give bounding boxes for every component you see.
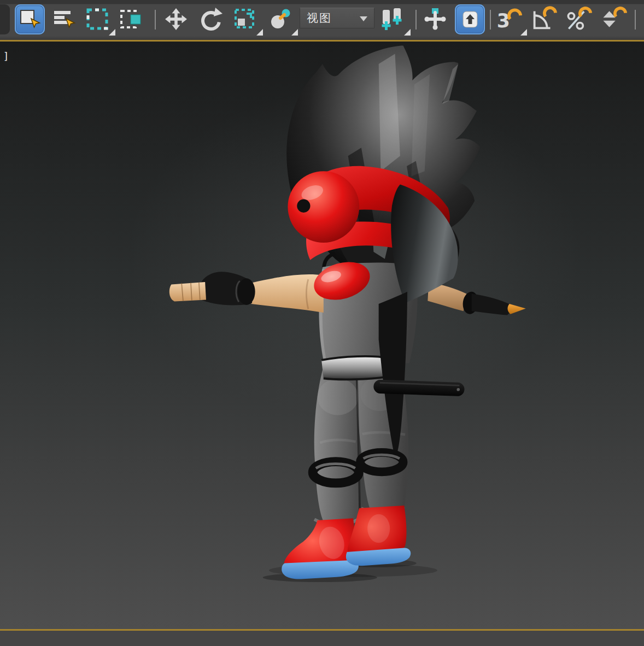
- select-and-place-button[interactable]: [266, 5, 294, 33]
- application-window: 视图: [0, 0, 644, 646]
- flyout-arrow-icon: [291, 29, 298, 36]
- character-left-arm[interactable]: [169, 272, 324, 313]
- select-and-place-icon: [268, 7, 292, 31]
- select-by-name-button[interactable]: [50, 5, 79, 33]
- reference-coordinate-system-dropdown[interactable]: 视图: [300, 8, 374, 28]
- window-crossing-icon: [119, 7, 145, 31]
- toolbar-separator: [415, 10, 417, 30]
- flyout-arrow-icon: [109, 29, 115, 36]
- angle-snap-icon: [529, 5, 558, 33]
- angle-snap-toggle-button[interactable]: [529, 5, 558, 33]
- move-icon: [164, 7, 188, 31]
- use-pivot-point-center-button[interactable]: [378, 5, 407, 33]
- percent-snap-toggle-button[interactable]: [564, 5, 593, 33]
- select-object-button[interactable]: [15, 4, 45, 34]
- toolbar-separator: [155, 10, 156, 30]
- coordinate-system-value: 视图: [300, 10, 332, 26]
- pivot-point-center-icon: [380, 6, 405, 32]
- character-model[interactable]: [0, 42, 644, 629]
- select-by-name-icon: [52, 7, 77, 31]
- snaps-3d-icon: 3: [495, 5, 523, 33]
- toolbar-separator: [635, 10, 636, 30]
- chevron-down-icon: [360, 16, 367, 21]
- select-and-manipulate-button[interactable]: [421, 5, 449, 33]
- percent-snap-icon: [564, 5, 593, 33]
- spinner-snap-toggle-button[interactable]: [599, 5, 628, 33]
- spinner-snap-icon: [599, 5, 628, 33]
- goggle-dot: [297, 199, 310, 213]
- select-and-scale-button[interactable]: [231, 5, 259, 33]
- character-belt[interactable]: [321, 356, 388, 380]
- flyout-arrow-icon: [404, 29, 411, 36]
- keyboard-shortcut-override-toggle[interactable]: [455, 4, 485, 34]
- rectangular-selection-icon: [85, 7, 109, 31]
- left-hand-fingers: [169, 282, 206, 301]
- rectangular-selection-region-button[interactable]: [83, 5, 112, 33]
- manipulate-icon: [423, 7, 448, 32]
- window-crossing-toggle-button[interactable]: [118, 5, 147, 33]
- select-and-move-button[interactable]: [162, 5, 190, 33]
- toolbar-separator: [490, 10, 491, 30]
- keyboard-override-icon: [458, 8, 482, 32]
- snaps-toggle-3d-button[interactable]: 3: [495, 5, 523, 33]
- flyout-arrow-icon: [256, 29, 263, 36]
- viewport[interactable]: ]: [0, 42, 644, 629]
- select-and-rotate-button[interactable]: [197, 5, 225, 33]
- main-toolbar: 视图: [0, 0, 644, 40]
- character-right-arm[interactable]: [428, 283, 525, 315]
- flyout-arrow-icon: [520, 29, 527, 36]
- flyout-partial-button[interactable]: [0, 4, 10, 34]
- window-bottom-strip: [0, 631, 644, 646]
- glove-tip: [507, 304, 525, 314]
- scale-icon: [233, 7, 257, 31]
- rotate-icon: [198, 7, 224, 32]
- right-glove: [472, 293, 514, 315]
- select-object-icon: [18, 8, 42, 32]
